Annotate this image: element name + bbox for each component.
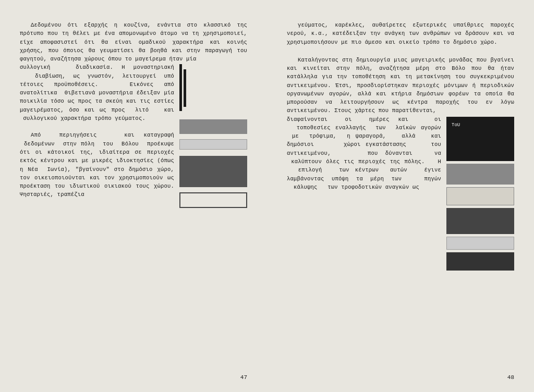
left-img-1 [179,64,247,111]
right-two-col: διαφαίνονται οι ημέρες και οι τοποθεσίες… [287,115,514,271]
right-img-2 [446,164,514,185]
right-para-2: Καταλήγοντας στη δημιουργία μιας μαγειρι… [287,56,514,115]
left-images-col [179,63,247,208]
right-para-1: γεύματος, καρέκλες, αυθαίρετες εξωτερικέ… [287,21,514,46]
left-page-content: Δεδομένου ότι εξαρχής η κουζίνα, ενάντια… [20,21,247,208]
right-img-4 [446,208,514,234]
tou-label: ToU [452,123,460,128]
left-para-1: Δεδομένου ότι εξαρχής η κουζίνα, ενάντια… [20,21,247,63]
right-images-col: ToU [446,115,514,271]
left-two-col: συλλογική διαδικασία. Η μοναστηριακή δια… [20,63,247,208]
right-col-p1: διαφαίνονται οι ημέρες και οι τοποθεσίες… [287,115,441,191]
right-page-content: γεύματος, καρέκλες, αυθαίρετες εξωτερικέ… [287,21,514,271]
right-col-text: διαφαίνονται οι ημέρες και οι τοποθεσίες… [287,115,441,271]
left-img-5 [179,192,247,208]
page-number-left: 47 [240,374,247,381]
left-col-p2: Από περιηγήσεις και καταγραφή δεδομένων … [20,131,174,199]
right-img-6 [446,252,514,271]
book-spread: Δεδομένου ότι εξαρχής η κουζίνα, ενάντια… [0,0,534,392]
right-img-1: ToU [446,117,514,161]
page-right: γεύματος, καρέκλες, αυθαίρετες εξωτερικέ… [267,0,534,392]
page-number-right: 48 [507,374,514,381]
page-left: Δεδομένου ότι εξαρχής η κουζίνα, ενάντια… [0,0,267,392]
left-col-p1: συλλογική διαδικασία. Η μοναστηριακή δια… [20,63,174,123]
left-col-text: συλλογική διαδικασία. Η μοναστηριακή δια… [20,63,174,208]
left-img-2 [179,119,247,134]
left-img-4 [179,156,247,187]
right-img-3 [446,187,514,205]
right-img-5 [446,237,514,250]
left-img-3 [179,139,247,150]
